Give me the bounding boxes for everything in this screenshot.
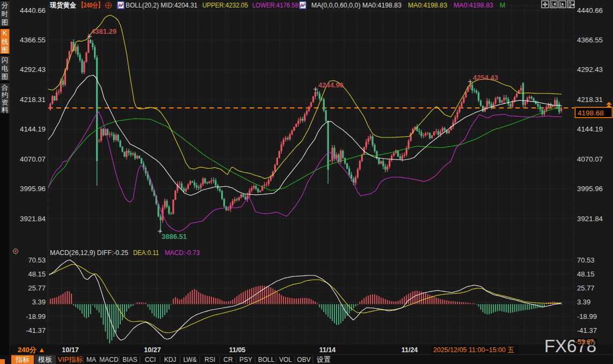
svg-text:MACD: MACD — [99, 356, 119, 363]
svg-text:4070.07: 4070.07 — [577, 155, 603, 163]
svg-text:4292.43: 4292.43 — [577, 65, 603, 74]
svg-text:时: 时 — [2, 10, 9, 18]
svg-text:48.15: 48.15 — [28, 270, 46, 278]
svg-text:4144.19: 4144.19 — [577, 125, 603, 133]
svg-text:11/24: 11/24 — [402, 346, 418, 354]
svg-text:图: 图 — [2, 73, 9, 81]
svg-text:4440.66: 4440.66 — [20, 6, 46, 14]
svg-text:-41.37: -41.37 — [577, 326, 597, 334]
svg-text:VOL: VOL — [279, 356, 292, 363]
svg-text:3921.84: 3921.84 — [20, 215, 46, 223]
svg-text:2025/12/05 11:00~15:00 五: 2025/12/05 11:00~15:00 五 — [433, 346, 514, 354]
svg-text:RSI: RSI — [205, 356, 215, 363]
svg-text:线: 线 — [2, 38, 9, 46]
svg-text:70.53: 70.53 — [28, 256, 46, 264]
svg-text:LW&: LW& — [183, 356, 196, 363]
svg-text:-18.99: -18.99 — [577, 312, 597, 321]
svg-text:现货黄金: 现货黄金 — [49, 1, 77, 9]
svg-text:11/05: 11/05 — [229, 346, 246, 354]
svg-text:-41.37: -41.37 — [26, 326, 46, 334]
svg-text:分: 分 — [2, 2, 9, 9]
svg-text:BOLL(20,2) MID:4204.31: BOLL(20,2) MID:4204.31 — [126, 2, 198, 9]
svg-text:模板: 模板 — [38, 355, 52, 363]
svg-text:BIAS: BIAS — [122, 356, 137, 363]
svg-text:LOWER:4176.58: LOWER:4176.58 — [252, 2, 298, 9]
svg-text:10/27: 10/27 — [144, 346, 160, 354]
svg-text:4218.31: 4218.31 — [20, 96, 46, 104]
svg-text:MACD(26,12,9) DIFF:-0.25: MACD(26,12,9) DIFF:-0.25 — [50, 249, 128, 257]
svg-text:10/17: 10/17 — [62, 346, 78, 354]
svg-text:图: 图 — [2, 46, 9, 54]
svg-text:-53.67: -53.67 — [575, 338, 594, 346]
svg-text:CCI: CCI — [145, 356, 156, 363]
svg-text:OBV: OBV — [297, 356, 310, 363]
svg-text:MA0:4198.83: MA0:4198.83 — [408, 2, 447, 9]
svg-text:4244.96: 4244.96 — [318, 81, 344, 89]
svg-text:料: 料 — [2, 106, 9, 114]
svg-text:3.39: 3.39 — [577, 298, 590, 306]
svg-text:图: 图 — [2, 19, 9, 26]
svg-text:MACD:-0.73: MACD:-0.73 — [165, 249, 200, 257]
svg-text:70.53: 70.53 — [577, 256, 595, 264]
svg-text:MA: MA — [86, 356, 96, 363]
svg-text:11/14: 11/14 — [319, 346, 336, 354]
svg-text:4440.66: 4440.66 — [577, 6, 603, 14]
svg-text:4198.68: 4198.68 — [578, 109, 604, 117]
svg-text:PSY: PSY — [239, 356, 252, 363]
svg-text:240分 ▲: 240分 ▲ — [18, 346, 45, 354]
svg-text:M: M — [500, 2, 505, 9]
svg-text:MA0:4198.83: MA0:4198.83 — [454, 2, 493, 9]
svg-text:3886.51: 3886.51 — [162, 232, 187, 241]
svg-text:约: 约 — [2, 91, 9, 99]
svg-text:3921.84: 3921.84 — [577, 215, 603, 223]
svg-text:合: 合 — [1, 84, 9, 91]
svg-text:4381.29: 4381.29 — [91, 27, 116, 35]
svg-text:48.15: 48.15 — [577, 270, 595, 278]
svg-text:25.77: 25.77 — [28, 284, 46, 292]
svg-text:4218.31: 4218.31 — [577, 96, 603, 104]
svg-text:K: K — [3, 30, 8, 37]
svg-text:3.39: 3.39 — [32, 298, 46, 306]
svg-text:BOLL: BOLL — [258, 356, 275, 363]
svg-text:4254.43: 4254.43 — [473, 74, 498, 82]
svg-text:3995.96: 3995.96 — [20, 185, 46, 193]
svg-text:4366.55: 4366.55 — [20, 36, 46, 44]
svg-text:电: 电 — [2, 65, 9, 72]
svg-text:3995.96: 3995.96 — [577, 185, 603, 193]
svg-text:闪: 闪 — [2, 56, 9, 64]
svg-text:4070.07: 4070.07 — [20, 155, 46, 163]
svg-text:25.77: 25.77 — [577, 284, 595, 292]
svg-text:4292.43: 4292.43 — [20, 65, 46, 74]
svg-text:VIP指标: VIP指标 — [58, 355, 83, 363]
svg-text:指标: 指标 — [15, 355, 30, 363]
svg-text:4366.55: 4366.55 — [577, 36, 603, 44]
svg-text:4144.19: 4144.19 — [20, 125, 46, 133]
svg-text:资: 资 — [2, 99, 9, 106]
svg-text:MA(0,0,0,60,0,0) MA0:4198.83: MA(0,0,0,60,0,0) MA0:4198.83 — [311, 2, 402, 9]
svg-text:-18.99: -18.99 — [26, 312, 46, 321]
svg-text:UPPER:4232.05: UPPER:4232.05 — [202, 2, 248, 9]
svg-text:DEA:0.11: DEA:0.11 — [133, 249, 159, 257]
svg-text:KDJ: KDJ — [164, 356, 177, 363]
svg-text:【240分】: 【240分】 — [78, 1, 103, 9]
svg-text:CR: CR — [223, 356, 233, 363]
svg-text:设置: 设置 — [317, 355, 331, 363]
